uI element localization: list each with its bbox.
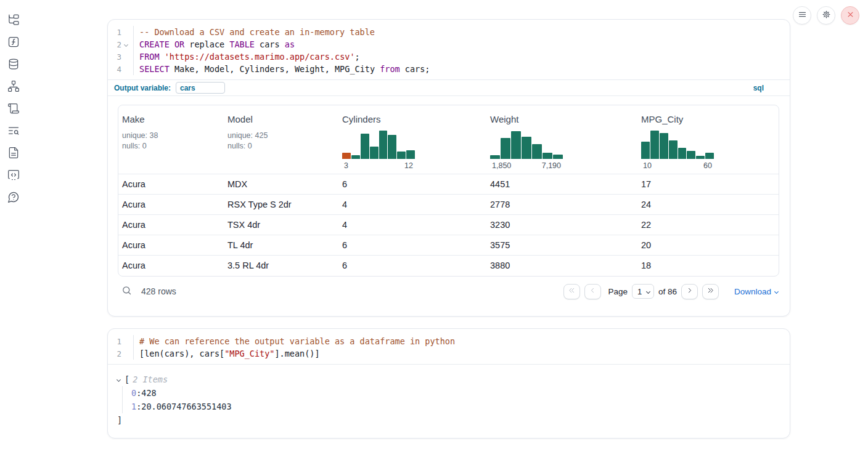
histogram-bar xyxy=(501,138,510,159)
row-count: 428 rows xyxy=(121,285,176,297)
table-cell: 6 xyxy=(338,174,486,195)
file-tree-icon xyxy=(7,18,20,28)
histogram-axis: 312 xyxy=(342,161,415,170)
table-cell: 24 xyxy=(637,195,779,215)
sql-code-editor[interactable]: 1-- Download a CSV and create an in-memo… xyxy=(108,20,790,79)
table-cell: 3.5 RL 4dr xyxy=(224,256,338,276)
menu-button[interactable] xyxy=(793,6,811,25)
histogram-axis: 1,8507,190 xyxy=(490,161,563,170)
sidebar-item-snippets[interactable] xyxy=(7,169,20,181)
fold-chevron-icon[interactable] xyxy=(121,43,131,46)
tree-root-row[interactable]: [ 2 Items xyxy=(117,373,780,386)
python-cell-output: [ 2 Items 0: 4281: 20.060747663551403 ] xyxy=(108,364,790,435)
page-total-label: of 86 xyxy=(658,287,677,296)
sidebar-item-file-explorer[interactable] xyxy=(7,14,20,26)
table-cell: 20 xyxy=(637,235,779,256)
line-number: 1 xyxy=(112,337,121,346)
code-line[interactable]: 4SELECT Make, Model, Cylinders, Weight, … xyxy=(112,63,790,75)
output-variable-label: Output variable: xyxy=(114,84,171,92)
cylinders-histogram: 312 xyxy=(342,128,415,170)
column-unique-count: unique: 425 xyxy=(227,131,334,141)
database-icon xyxy=(7,63,20,72)
code-text: # We can reference the output variable a… xyxy=(133,335,455,347)
code-text: [len(cars), cars["MPG_City"].mean()] xyxy=(133,347,320,360)
table-cell: 3880 xyxy=(486,256,637,276)
tree-entry: 1: 20.060747663551403 xyxy=(131,400,780,413)
table-cell: 6 xyxy=(338,256,486,276)
table-row[interactable]: AcuraRSX Type S 2dr4277824 xyxy=(118,195,779,215)
close-bracket: ] xyxy=(117,413,780,427)
chevrons-right-icon xyxy=(706,286,714,296)
mpg-city-histogram: 1060 xyxy=(641,128,714,170)
column-header-mpg-city[interactable]: MPG_City 1060 xyxy=(637,105,779,174)
table-cell: 3575 xyxy=(486,235,637,256)
column-header-model[interactable]: Model unique: 425 nulls: 0 xyxy=(224,105,338,174)
code-line[interactable]: 3FROM 'https://datasets.marimo.app/cars.… xyxy=(112,51,790,63)
table-body: AcuraMDX6445117AcuraRSX Type S 2dr427782… xyxy=(118,174,779,276)
output-variable-input[interactable] xyxy=(176,82,225,94)
help-circle-icon xyxy=(7,196,20,205)
table-cell: Acura xyxy=(118,256,224,276)
output-variable-row: Output variable: sql xyxy=(108,79,790,95)
sidebar-item-functions[interactable] xyxy=(7,36,20,48)
last-page-button[interactable] xyxy=(702,284,719,299)
column-null-count: nulls: 0 xyxy=(122,141,219,152)
page-select[interactable]: 1 xyxy=(632,284,654,299)
gear-icon xyxy=(822,10,831,21)
column-header-make[interactable]: Make unique: 38 nulls: 0 xyxy=(118,105,224,174)
code-line[interactable]: 2[len(cars), cars["MPG_City"].mean()] xyxy=(112,347,790,360)
table-cell: Acura xyxy=(118,215,224,235)
chevrons-left-icon xyxy=(568,286,576,296)
sidebar-item-scratchpad[interactable] xyxy=(7,102,20,115)
table-row[interactable]: AcuraMDX6445117 xyxy=(118,174,779,195)
sidebar-item-documentation[interactable] xyxy=(7,147,20,159)
prev-page-button[interactable] xyxy=(584,284,601,299)
sidebar-item-logs[interactable] xyxy=(7,124,20,137)
table-cell: TSX 4dr xyxy=(224,215,338,235)
next-page-button[interactable] xyxy=(681,284,698,299)
download-button[interactable]: Download xyxy=(734,287,778,296)
table-cell: TL 4dr xyxy=(224,235,338,256)
table-cell: Acura xyxy=(118,174,224,195)
histogram-bar xyxy=(669,140,678,159)
chevron-down-icon xyxy=(117,377,121,381)
column-header-weight[interactable]: Weight 1,8507,190 xyxy=(486,105,637,174)
code-text: CREATE OR replace TABLE cars as xyxy=(133,38,295,51)
sidebar-item-help[interactable] xyxy=(7,191,20,203)
table-cell: 22 xyxy=(637,215,779,235)
table-row[interactable]: Acura3.5 RL 4dr6388018 xyxy=(118,256,779,276)
line-number: 3 xyxy=(112,52,121,62)
table-cell: 3230 xyxy=(486,215,637,235)
table-row[interactable]: AcuraTL 4dr6357520 xyxy=(118,235,779,256)
histogram-bar xyxy=(532,144,542,159)
file-text-icon xyxy=(7,152,20,161)
sidebar-item-data-sources[interactable] xyxy=(7,58,20,70)
table-cell: 17 xyxy=(637,174,779,195)
sidebar-item-dependency-graph[interactable] xyxy=(7,80,20,92)
histogram-bar xyxy=(370,147,379,159)
chevron-right-icon xyxy=(686,286,694,296)
code-line[interactable]: 2CREATE OR replace TABLE cars as xyxy=(112,38,790,51)
code-text: SELECT Make, Model, Cylinders, Weight, M… xyxy=(133,63,430,75)
search-icon[interactable] xyxy=(121,285,132,297)
histogram-bar xyxy=(351,155,360,159)
shutdown-button[interactable] xyxy=(841,6,859,25)
sql-cell: 1-- Download a CSV and create an in-memo… xyxy=(107,19,790,317)
histogram-bar xyxy=(388,135,396,159)
row-count-label: 428 rows xyxy=(141,286,176,296)
histogram-bar xyxy=(490,155,500,159)
table-row[interactable]: AcuraTSX 4dr4323022 xyxy=(118,215,779,235)
first-page-button[interactable] xyxy=(563,284,580,299)
column-header-cylinders[interactable]: Cylinders 312 xyxy=(338,105,486,174)
code-line[interactable]: 1# We can reference the output variable … xyxy=(112,335,790,347)
line-number: 2 xyxy=(112,349,121,358)
line-number: 2 xyxy=(112,40,121,49)
function-square-icon xyxy=(7,41,20,50)
python-code-editor[interactable]: 1# We can reference the output variable … xyxy=(108,329,790,364)
table-cell: 4 xyxy=(338,215,486,235)
histogram-bar xyxy=(406,150,415,159)
settings-button[interactable] xyxy=(817,6,835,25)
code-line[interactable]: 1-- Download a CSV and create an in-memo… xyxy=(112,26,790,38)
column-unique-count: unique: 38 xyxy=(122,131,219,141)
chevron-down-icon xyxy=(774,289,779,293)
